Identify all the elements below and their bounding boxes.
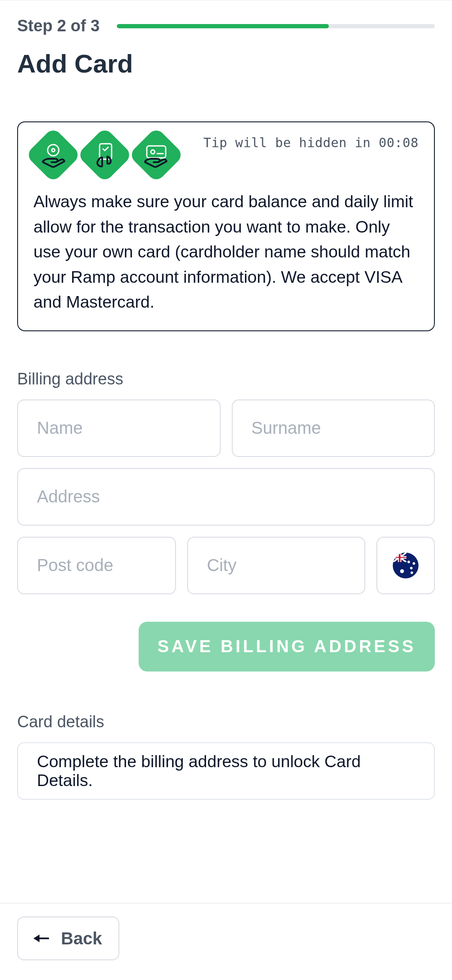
step-header: Step 2 of 3 bbox=[17, 0, 435, 35]
surname-field[interactable] bbox=[232, 399, 435, 457]
card-details-locked: Complete the billing address to unlock C… bbox=[17, 742, 435, 800]
svg-point-1 bbox=[52, 149, 55, 152]
billing-section-label: Billing address bbox=[17, 370, 435, 388]
hand-card-icon bbox=[128, 127, 184, 183]
back-label: Back bbox=[61, 929, 102, 948]
step-label: Step 2 of 3 bbox=[17, 17, 100, 35]
hand-document-icon bbox=[77, 127, 133, 183]
city-field[interactable] bbox=[187, 537, 365, 594]
back-button[interactable]: Back bbox=[17, 916, 119, 960]
footer: Back bbox=[0, 903, 452, 980]
tip-timer: Tip will be hidden in 00:08 bbox=[203, 135, 419, 150]
locked-message: Complete the billing address to unlock C… bbox=[37, 752, 415, 790]
page-title: Add Card bbox=[17, 49, 435, 79]
australia-flag-icon bbox=[393, 553, 419, 578]
country-selector[interactable] bbox=[376, 537, 435, 594]
svg-rect-3 bbox=[147, 146, 166, 158]
svg-point-0 bbox=[48, 145, 59, 156]
progress-fill bbox=[117, 24, 328, 28]
address-field[interactable] bbox=[17, 468, 435, 526]
tip-message: Always make sure your card balance and d… bbox=[33, 189, 419, 315]
hand-coin-icon bbox=[25, 127, 81, 183]
name-field[interactable] bbox=[17, 399, 221, 457]
tip-card: Tip will be hidden in 00:08 Always make … bbox=[17, 121, 435, 331]
arrow-left-icon bbox=[34, 938, 49, 939]
card-details-section-label: Card details bbox=[17, 713, 435, 731]
save-billing-button[interactable]: SAVE BILLING ADDRESS bbox=[139, 622, 435, 671]
svg-point-4 bbox=[151, 150, 155, 154]
postcode-field[interactable] bbox=[17, 537, 176, 594]
progress-bar bbox=[117, 24, 435, 28]
